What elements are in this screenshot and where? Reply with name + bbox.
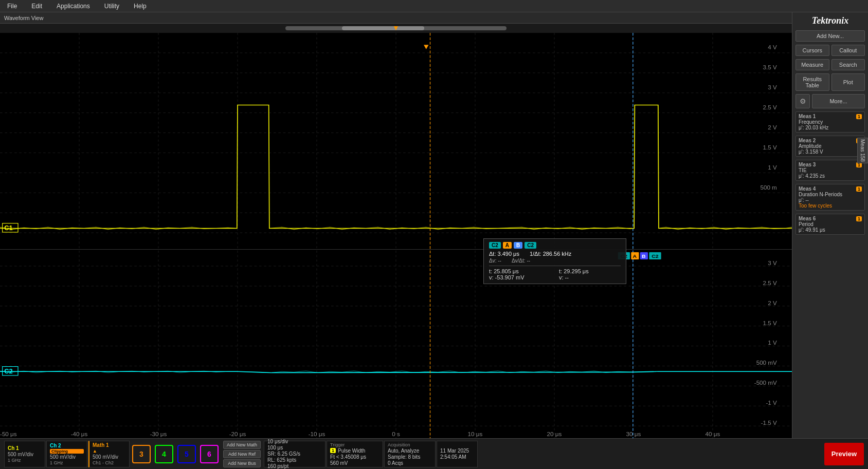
acquisition-sample: Sample: 8 bits: [388, 454, 432, 460]
svg-text:-30 μs: -30 μs: [150, 431, 167, 437]
meas-2-card[interactable]: Meas 2 1 Amplitude μ': 3.158 V: [795, 136, 865, 157]
meas-4-name: Duration N-Periods: [799, 192, 862, 197]
svg-text:3 V: 3 V: [768, 85, 777, 91]
waveform-canvas[interactable]: ▾ 4 V 3.5 V 3 V 2.5 V 2 V 1.5 V 1 V 500 …: [0, 33, 792, 438]
svg-text:3.5 V: 3.5 V: [763, 65, 777, 71]
datetime-block: 11 Mar 2025 2:54:05 AM: [437, 441, 478, 467]
meas-4-card[interactable]: Meas 4 1 Duration N-Periods μ': -- Too f…: [795, 184, 865, 211]
ch6-button[interactable]: 6: [200, 445, 219, 463]
svg-text:4 V: 4 V: [768, 45, 777, 51]
svg-text:1.5 V: 1.5 V: [763, 320, 777, 326]
meas-3-title: Meas 3: [799, 162, 816, 167]
menu-help[interactable]: Help: [131, 2, 150, 11]
cursor-a-t: t: 25.805 μs: [489, 268, 551, 274]
ch5-button[interactable]: 5: [177, 445, 196, 463]
svg-text:500 mV: 500 mV: [756, 360, 777, 366]
svg-text:500 m: 500 m: [760, 184, 776, 191]
cursor-delta-v: Δv: --: [489, 258, 501, 264]
cursor-delta-t: Δt: 3.490 μs: [489, 251, 519, 257]
meas-3-val: μ': 4.235 zs: [799, 173, 862, 179]
main-content: Waveform View ▼: [0, 12, 868, 438]
meas-1-val: μ': 20.03 kHz: [799, 125, 862, 130]
svg-text:0 s: 0 s: [392, 431, 400, 437]
svg-text:-500 mV: -500 mV: [754, 380, 777, 386]
search-button[interactable]: Search: [831, 59, 865, 70]
horizontal-time-div: 10 μs/div: [267, 439, 322, 444]
svg-text:B: B: [642, 253, 646, 259]
svg-text:A: A: [633, 253, 637, 259]
trigger-val2: 560 mV: [330, 460, 379, 466]
plot-button[interactable]: Plot: [831, 73, 865, 91]
nav-bar[interactable]: ▼: [0, 24, 792, 33]
status-bar: Ch 1 500 mV/div 1 GHz Ch 2 Clipping 500 …: [0, 438, 868, 469]
ch2-status[interactable]: Ch 2 Clipping 500 mV/div 1 GHz: [46, 441, 87, 467]
results-table-button[interactable]: Results Table: [795, 73, 829, 91]
meas-4-val: μ': --: [799, 197, 862, 203]
menu-edit[interactable]: Edit: [28, 2, 45, 11]
meas-1-name: Frequency: [799, 119, 862, 125]
add-new-button[interactable]: Add New...: [795, 30, 865, 42]
menu-applications[interactable]: Applications: [53, 2, 93, 11]
trigger-val1: Ft < 3.45008 μs: [330, 454, 379, 460]
horizontal-ppt: 160 ps/pt: [267, 463, 322, 469]
svg-line-32: [633, 371, 657, 372]
meas-3-card[interactable]: Meas 3 1 TIE μ': 4.235 zs: [795, 160, 865, 181]
settings-icon-btn[interactable]: ⚙: [795, 94, 810, 108]
add-new-bus-button[interactable]: Add New Bus: [223, 459, 261, 467]
cursor-b-t: t: 29.295 μs: [559, 268, 621, 274]
acquisition-block: Acquisition Auto, Analyze Sample: 8 bits…: [384, 441, 436, 467]
menu-file[interactable]: File: [4, 2, 20, 11]
meas-6-card[interactable]: Meas 6 1 Period μ': 49.91 μs: [795, 214, 865, 235]
add-new-math-button[interactable]: Add New Math: [223, 441, 261, 449]
ch3-button[interactable]: 3: [132, 445, 151, 463]
meas-4-warning: Too few cycles: [799, 203, 862, 209]
menu-utility[interactable]: Utility: [101, 2, 122, 11]
more-button[interactable]: More...: [812, 94, 865, 108]
meas-6-name: Period: [799, 221, 862, 227]
svg-text:-40 μs: -40 μs: [71, 431, 88, 437]
math1-triangle: ▲: [93, 448, 126, 454]
meas-1-title: Meas 1: [799, 114, 816, 119]
meas-4-title: Meas 4: [799, 186, 816, 192]
svg-text:10 μs: 10 μs: [468, 431, 483, 437]
svg-text:1.5 V: 1.5 V: [763, 144, 777, 151]
callout-button[interactable]: Callout: [831, 45, 865, 56]
ch1-val1: 500 mV/div: [8, 452, 42, 457]
cursors-button[interactable]: Cursors: [795, 45, 829, 56]
cursor-dv-dt: Δv/Δt: --: [512, 258, 530, 264]
ch2-label: Ch 2: [50, 443, 84, 448]
horizontal-ref: 100 μs: [267, 445, 322, 451]
cursor-c2-badge2: C2: [525, 242, 536, 249]
icon-more-row: ⚙ More...: [795, 94, 865, 108]
svg-text:40 μs: 40 μs: [706, 431, 720, 437]
add-new-ref-button[interactable]: Add New Ref: [223, 450, 261, 458]
meas-1-badge: 1: [856, 114, 862, 119]
ch4-button[interactable]: 4: [155, 445, 173, 463]
svg-text:-50 μs: -50 μs: [0, 431, 17, 437]
cursor-popup: C2 A B C2 Δt: 3.490 μs 1/Δt: 286.56 kHz …: [483, 238, 626, 284]
measure-button[interactable]: Measure: [795, 59, 829, 70]
ch2-val1: 500 mV/div: [50, 454, 84, 460]
svg-text:C1: C1: [4, 224, 13, 231]
meas-1-card[interactable]: Meas 1 1 Frequency μ': 20.03 kHz: [795, 111, 865, 133]
trigger-block: Trigger 1 Pulse Width Ft < 3.45008 μs 56…: [327, 441, 383, 467]
ch1-status[interactable]: Ch 1 500 mV/div 1 GHz: [4, 441, 45, 467]
svg-text:-1 V: -1 V: [766, 400, 777, 406]
cursor-a-badge: A: [503, 242, 512, 249]
add-btn-group: Add New Math Add New Ref Add New Bus: [223, 441, 261, 467]
svg-text:C2: C2: [4, 368, 13, 374]
trigger-type: Pulse Width: [338, 448, 365, 454]
meas-2-title: Meas 2: [799, 138, 816, 143]
ch2-val2: 1 GHz: [50, 460, 84, 465]
cursors-callout-row: Cursors Callout: [795, 45, 865, 56]
ch2-warn-badge: Clipping: [50, 449, 84, 454]
math1-status[interactable]: Math 1 ▲ 500 mV/div Ch1 - Ch2: [88, 441, 130, 467]
preview-button[interactable]: Preview: [824, 443, 864, 465]
cursor-b-info: t: 29.295 μs v: --: [559, 268, 621, 280]
horizontal-sr: SR: 6.25 GS/s: [267, 451, 322, 457]
horizontal-rl: RL: 625 kpts: [267, 457, 322, 463]
waveform-area: Waveform View ▼: [0, 12, 792, 438]
meas-158-badge[interactable]: Meas 158: [857, 138, 868, 163]
horizontal-block: Horizontal 10 μs/div 100 μs SR: 6.25 GS/…: [264, 441, 326, 467]
nav-thumb[interactable]: [342, 26, 424, 30]
